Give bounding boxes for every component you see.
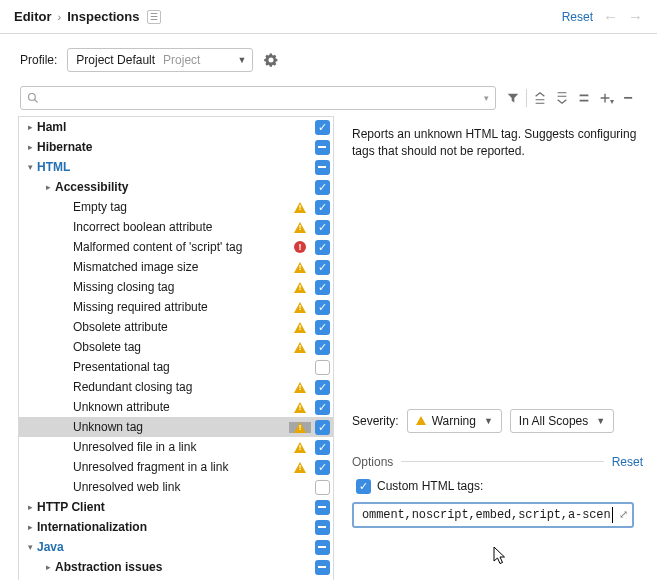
- twisty-collapsed-icon[interactable]: ▸: [23, 502, 37, 512]
- twisty-collapsed-icon[interactable]: ▸: [23, 122, 37, 132]
- filter-icon[interactable]: [502, 87, 524, 109]
- crumb-sep-icon: ›: [58, 11, 62, 23]
- tree-row[interactable]: ▸Redundant closing tag✓: [19, 377, 333, 397]
- search-options-icon[interactable]: ▾: [484, 93, 489, 103]
- tree-row-label: HTML: [37, 160, 289, 174]
- tree-row-checkbox[interactable]: ✓: [311, 397, 333, 417]
- tree-row-label: Java: [37, 540, 289, 554]
- tree-row[interactable]: ▸Empty tag✓: [19, 197, 333, 217]
- custom-tags-input[interactable]: omment,noscript,embed,script,a-scene ⤢: [352, 502, 634, 528]
- tree-row-label: Obsolete attribute: [73, 320, 289, 334]
- tree-row[interactable]: ▸Haml✓: [19, 117, 333, 137]
- warning-icon: [289, 222, 311, 233]
- tree-row[interactable]: ▸Incorrect boolean attribute✓: [19, 217, 333, 237]
- tree-row-checkbox[interactable]: [311, 477, 333, 497]
- tree-row[interactable]: ▸HTTP Client: [19, 497, 333, 517]
- add-inspection-icon[interactable]: ▾: [595, 87, 617, 109]
- scope-select[interactable]: In All Scopes ▼: [510, 409, 614, 433]
- tree-row-checkbox[interactable]: ✓: [311, 177, 333, 197]
- tree-row[interactable]: ▸Obsolete tag✓: [19, 337, 333, 357]
- tree-row-label: Empty tag: [73, 200, 289, 214]
- tree-row[interactable]: ▸Hibernate: [19, 137, 333, 157]
- tree-row-checkbox[interactable]: ✓: [311, 437, 333, 457]
- tree-row[interactable]: ▸Presentational tag: [19, 357, 333, 377]
- svg-rect-3: [580, 100, 589, 102]
- tree-row-checkbox[interactable]: [311, 137, 333, 157]
- profile-scope: Project: [163, 53, 200, 67]
- forward-button[interactable]: →: [628, 8, 643, 25]
- severity-select[interactable]: Warning ▼: [407, 409, 502, 433]
- tree-row[interactable]: ▾Java: [19, 537, 333, 557]
- tree-row-checkbox[interactable]: ✓: [311, 297, 333, 317]
- tree-row[interactable]: ▸Missing closing tag✓: [19, 277, 333, 297]
- tree-row[interactable]: ▸Malformed content of 'script' tag!✓: [19, 237, 333, 257]
- tree-row-checkbox[interactable]: [311, 517, 333, 537]
- profile-select[interactable]: Project Default Project ▼: [67, 48, 253, 72]
- tree-row[interactable]: ▸Missing required attribute✓: [19, 297, 333, 317]
- tree-row[interactable]: ▸Unknown tag✓: [19, 417, 333, 437]
- tree-row[interactable]: ▸Unknown attribute✓: [19, 397, 333, 417]
- tree-row[interactable]: ▸Abstraction issues: [19, 557, 333, 577]
- tree-row-checkbox[interactable]: [311, 497, 333, 517]
- tree-row-checkbox[interactable]: ✓: [311, 257, 333, 277]
- reset-severity-icon[interactable]: [573, 87, 595, 109]
- tree-row-checkbox[interactable]: ✓: [311, 377, 333, 397]
- tree-row-checkbox[interactable]: ✓: [311, 277, 333, 297]
- tree-row-checkbox[interactable]: [311, 157, 333, 177]
- twisty-expanded-icon[interactable]: ▾: [23, 542, 37, 552]
- tree-row-checkbox[interactable]: ✓: [311, 337, 333, 357]
- expand-all-icon[interactable]: [529, 87, 551, 109]
- tree-row-checkbox[interactable]: ✓: [311, 457, 333, 477]
- twisty-collapsed-icon[interactable]: ▸: [41, 182, 55, 192]
- tree-row[interactable]: ▸Internationalization: [19, 517, 333, 537]
- tree-row-checkbox[interactable]: ✓: [311, 417, 333, 437]
- gear-icon[interactable]: [263, 52, 279, 68]
- expand-field-icon[interactable]: ⤢: [619, 508, 628, 521]
- tree-row-checkbox[interactable]: ✓: [311, 237, 333, 257]
- twisty-expanded-icon[interactable]: ▾: [23, 162, 37, 172]
- warning-icon: [289, 382, 311, 393]
- crumb-inspections[interactable]: Inspections: [67, 9, 139, 24]
- tree-row-label: Unknown tag: [73, 420, 289, 434]
- text-cursor: [612, 507, 613, 523]
- tree-row-checkbox[interactable]: [311, 537, 333, 557]
- tree-row[interactable]: ▸Unresolved web link: [19, 477, 333, 497]
- show-menu-icon[interactable]: ☰: [147, 10, 161, 24]
- search-input[interactable]: ▾: [20, 86, 496, 110]
- search-field[interactable]: [43, 91, 484, 105]
- tree-row-checkbox[interactable]: ✓: [311, 117, 333, 137]
- tree-row[interactable]: ▸Obsolete attribute✓: [19, 317, 333, 337]
- twisty-collapsed-icon[interactable]: ▸: [23, 522, 37, 532]
- tree-row-checkbox[interactable]: ✓: [311, 197, 333, 217]
- collapse-all-icon[interactable]: [551, 87, 573, 109]
- tree-row-checkbox[interactable]: [311, 357, 333, 377]
- inspection-tree[interactable]: ▸Haml✓▸Hibernate▾HTML▸Accessibility✓▸Emp…: [18, 116, 334, 580]
- svg-line-1: [35, 100, 38, 103]
- remove-inspection-icon[interactable]: −: [617, 87, 639, 109]
- options-divider: [401, 461, 603, 462]
- tree-row[interactable]: ▸Unresolved file in a link✓: [19, 437, 333, 457]
- custom-tags-checkbox[interactable]: ✓: [356, 479, 371, 494]
- severity-label: Severity:: [352, 414, 399, 428]
- crumb-editor[interactable]: Editor: [14, 9, 52, 24]
- tree-row-label: Unresolved web link: [73, 480, 289, 494]
- tree-row[interactable]: ▸Accessibility✓: [19, 177, 333, 197]
- reset-link[interactable]: Reset: [562, 10, 593, 24]
- twisty-collapsed-icon[interactable]: ▸: [41, 562, 55, 572]
- options-reset-link[interactable]: Reset: [612, 455, 643, 469]
- tree-toolbar: ▾ ▾ −: [0, 86, 657, 116]
- tree-row[interactable]: ▸Unresolved fragment in a link✓: [19, 457, 333, 477]
- severity-value: Warning: [432, 414, 476, 428]
- back-button[interactable]: ←: [603, 8, 618, 25]
- warning-icon: [289, 402, 311, 413]
- tree-row[interactable]: ▾HTML: [19, 157, 333, 177]
- warning-icon: [289, 422, 311, 433]
- tree-row[interactable]: ▸Mismatched image size✓: [19, 257, 333, 277]
- error-icon: !: [289, 241, 311, 253]
- tree-row-label: Unknown attribute: [73, 400, 289, 414]
- tree-row-checkbox[interactable]: [311, 557, 333, 577]
- tree-row-checkbox[interactable]: ✓: [311, 317, 333, 337]
- tree-row-checkbox[interactable]: ✓: [311, 217, 333, 237]
- twisty-collapsed-icon[interactable]: ▸: [23, 142, 37, 152]
- tree-row-label: Internationalization: [37, 520, 289, 534]
